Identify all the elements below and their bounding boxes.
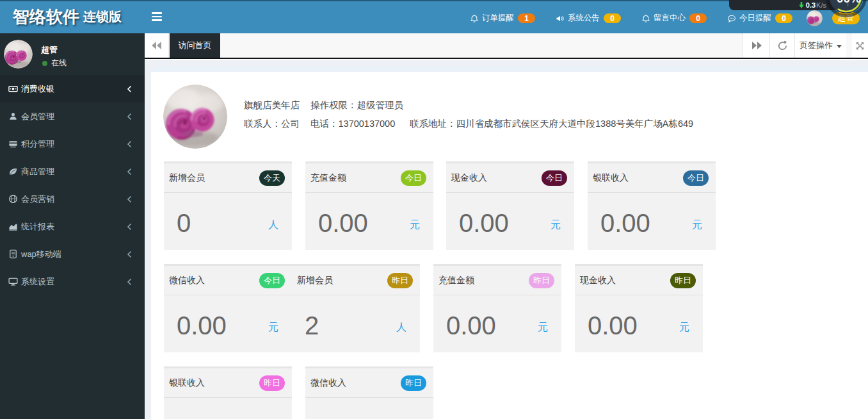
navbar-notice-3[interactable]: 今日提醒0 bbox=[727, 13, 792, 24]
chevron-left-icon bbox=[127, 195, 132, 203]
stat-card-6[interactable]: 充值金额昨日0.00元 bbox=[433, 264, 561, 352]
stat-card-value: 0.00 bbox=[459, 209, 509, 238]
sidebar-toggle-button[interactable] bbox=[152, 0, 177, 33]
stat-card-header: 新增会员今天 bbox=[164, 163, 292, 193]
user-name: 超管 bbox=[41, 44, 58, 56]
sidebar-item-label: 积分管理 bbox=[21, 138, 54, 150]
stat-card-value: 0 bbox=[177, 209, 191, 238]
stat-card-body: 2人 bbox=[292, 295, 420, 352]
user-avatar[interactable] bbox=[4, 40, 33, 69]
tabs-scroll-right-button[interactable] bbox=[743, 33, 769, 58]
marketing-icon bbox=[8, 194, 18, 204]
user-status-label: 在线 bbox=[51, 58, 67, 69]
stat-card-label: 新增会员 bbox=[297, 275, 333, 286]
stat-card-unit: 人 bbox=[396, 321, 406, 334]
download-arrow-icon bbox=[799, 2, 804, 8]
tab-strip: 访问首页 页签操作 bbox=[145, 33, 868, 59]
sidebar-item-label: 消费收银 bbox=[21, 83, 54, 95]
tab-refresh-button[interactable] bbox=[769, 33, 794, 58]
store-name: 旗舰店美年店 bbox=[244, 99, 300, 111]
speaker-icon bbox=[556, 13, 565, 24]
stat-card-0[interactable]: 新增会员今天0人 bbox=[164, 161, 292, 250]
stat-card-value: 0.00 bbox=[446, 311, 496, 340]
stat-card-body: 0.00元 bbox=[588, 193, 716, 249]
stat-card-5[interactable]: 新增会员昨日2人 bbox=[292, 264, 420, 352]
sidebar-item-2[interactable]: 积分管理 bbox=[0, 130, 145, 158]
stat-card-body: 0.00元 bbox=[305, 193, 433, 249]
stat-card-9[interactable]: 微信收入昨日 bbox=[305, 366, 433, 419]
stat-card-body bbox=[305, 398, 433, 419]
sidebar: 超管 在线 消费收银会员管理积分管理商品管理会员营销统计报表wap移动端系统设置 bbox=[0, 33, 145, 419]
stat-card-1[interactable]: 充值金额今日0.00元 bbox=[305, 161, 433, 250]
stat-card-header: 银联收入昨日 bbox=[164, 368, 292, 398]
stat-card-unit: 元 bbox=[692, 218, 702, 232]
tabs-scroll-left-button[interactable] bbox=[145, 33, 170, 58]
gauge-widget: 00% bbox=[821, 0, 868, 17]
sidebar-item-label: 统计报表 bbox=[21, 221, 54, 233]
store-avatar bbox=[163, 85, 227, 149]
stat-card-8[interactable]: 银联收入昨日 bbox=[164, 366, 292, 419]
stat-card-label: 银联收入 bbox=[169, 377, 205, 389]
sidebar-menu: 消费收银会员管理积分管理商品管理会员营销统计报表wap移动端系统设置 bbox=[0, 75, 145, 295]
tab-operations-dropdown[interactable]: 页签操作 bbox=[794, 33, 846, 58]
stat-card-value: 0.00 bbox=[588, 311, 638, 340]
stat-card-header: 银联收入今日 bbox=[588, 163, 716, 193]
store-permission: 操作权限：超级管理员 bbox=[310, 99, 403, 111]
tab-home[interactable]: 访问首页 bbox=[170, 33, 220, 58]
stat-card-period-badge: 昨日 bbox=[259, 375, 285, 391]
stat-card-body: 0.00元 bbox=[575, 295, 703, 352]
panel-top-strip bbox=[151, 67, 868, 72]
stat-card-period-badge: 今日 bbox=[683, 170, 709, 186]
chevron-left-icon bbox=[127, 278, 132, 286]
notice-count-badge: 1 bbox=[518, 13, 535, 23]
caret-down-icon bbox=[837, 45, 842, 48]
stat-card-period-badge: 今日 bbox=[542, 170, 567, 186]
sidebar-item-6[interactable]: wap移动端 bbox=[0, 240, 145, 268]
stat-card-value: 0.00 bbox=[600, 209, 650, 238]
points-icon bbox=[8, 139, 18, 149]
sidebar-item-7[interactable]: 系统设置 bbox=[0, 268, 145, 295]
stat-card-header: 充值金额昨日 bbox=[433, 266, 561, 295]
stat-card-4[interactable]: 微信收入今日0.00元 bbox=[164, 264, 292, 352]
svg-text:00%: 00% bbox=[837, 0, 861, 5]
stat-card-3[interactable]: 银联收入今日0.00元 bbox=[588, 161, 716, 250]
app-window: 智络软件 连锁版 订单提醒1系统公告0留言中心0今日提醒0超管 超管 在线 消费… bbox=[0, 0, 868, 419]
stat-card-header: 新增会员昨日 bbox=[292, 266, 420, 295]
brand-edition: 连锁版 bbox=[83, 8, 122, 26]
stat-card-period-badge: 今日 bbox=[259, 273, 285, 288]
sidebar-item-5[interactable]: 统计报表 bbox=[0, 213, 145, 240]
store-address: 联系地址：四川省成都市武侯区天府大道中段1388号美年广场A栋649 bbox=[410, 117, 693, 130]
chevron-left-icon bbox=[127, 140, 132, 148]
sidebar-item-label: 会员营销 bbox=[21, 193, 54, 205]
stat-card-label: 充值金额 bbox=[310, 172, 346, 184]
stat-card-7[interactable]: 现金收入昨日0.00元 bbox=[575, 264, 703, 352]
sidebar-item-3[interactable]: 商品管理 bbox=[0, 158, 145, 185]
user-status[interactable]: 在线 bbox=[42, 58, 67, 69]
stat-card-unit: 人 bbox=[268, 218, 278, 232]
notice-count-badge: 0 bbox=[689, 13, 707, 23]
stat-card-body: 0人 bbox=[164, 193, 292, 249]
stat-card-label: 充值金额 bbox=[438, 275, 474, 286]
goods-icon bbox=[8, 167, 18, 176]
logo[interactable]: 智络软件 连锁版 bbox=[0, 0, 145, 33]
fullscreen-button[interactable] bbox=[852, 33, 868, 58]
navbar-notice-1[interactable]: 系统公告0 bbox=[556, 13, 621, 24]
navbar-notice-2[interactable]: 留言中心0 bbox=[641, 13, 707, 24]
stat-card-label: 银联收入 bbox=[593, 172, 629, 184]
net-speed-value: 0.3 bbox=[806, 1, 816, 9]
stat-card-2[interactable]: 现金收入今日0.00元 bbox=[446, 161, 574, 250]
report-icon bbox=[8, 222, 18, 231]
comment-icon bbox=[727, 13, 736, 24]
stat-card-body: 0.00元 bbox=[446, 193, 574, 249]
stat-card-value: 0.00 bbox=[318, 209, 368, 238]
sidebar-item-4[interactable]: 会员营销 bbox=[0, 185, 145, 213]
notice-label: 订单提醒 bbox=[482, 13, 514, 24]
navbar-notice-0[interactable]: 订单提醒1 bbox=[470, 13, 535, 24]
sidebar-item-0[interactable]: 消费收银 bbox=[0, 75, 145, 103]
sidebar-item-1[interactable]: 会员管理 bbox=[0, 103, 145, 130]
settings-icon bbox=[8, 277, 18, 286]
sidebar-user-panel: 超管 在线 bbox=[0, 33, 145, 75]
stat-card-label: 微信收入 bbox=[169, 275, 205, 286]
stat-card-header: 微信收入昨日 bbox=[305, 368, 433, 398]
stat-card-period-badge: 昨日 bbox=[401, 375, 426, 391]
